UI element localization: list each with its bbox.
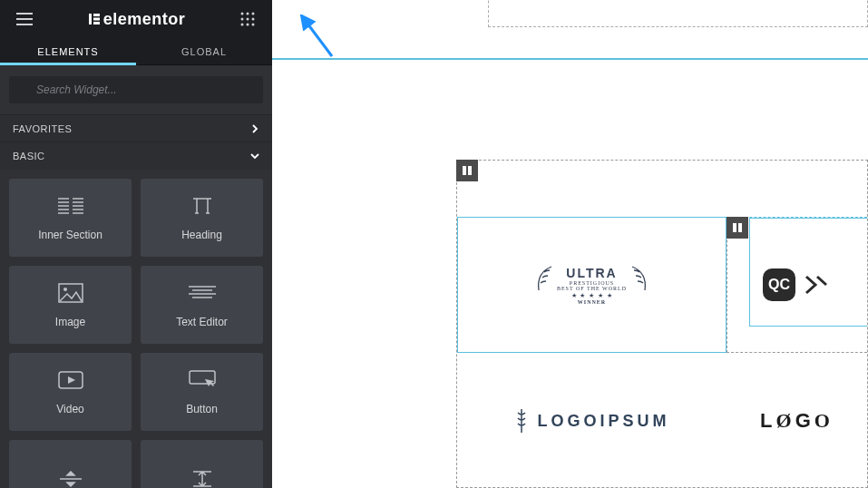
canvas-column-selected[interactable]: ULTRA PRESTIGIOUS BEST OF THE WORLD ★ ★ … xyxy=(457,217,727,353)
widget-divider[interactable] xyxy=(9,440,132,488)
brand-text: elementor xyxy=(103,10,186,29)
widget-label: Image xyxy=(55,316,85,328)
svg-line-37 xyxy=(305,20,332,56)
editor-canvas[interactable]: ULTRA PRESTIGIOUS BEST OF THE WORLD ★ ★ … xyxy=(272,0,868,488)
video-icon xyxy=(58,368,83,392)
section-favorites-label: FAVORITES xyxy=(13,123,72,134)
spacer-icon xyxy=(190,467,215,488)
section-basic-label: BASIC xyxy=(13,151,45,161)
svg-point-5 xyxy=(247,13,249,15)
drop-indicator xyxy=(272,58,868,60)
panel-header: elementor xyxy=(0,0,272,38)
svg-point-6 xyxy=(252,13,255,15)
widget-label: Text Editor xyxy=(176,316,228,328)
hamburger-icon xyxy=(16,13,33,25)
tab-global[interactable]: GLOBAL xyxy=(136,38,272,64)
badge-sub2: BEST OF THE WORLD xyxy=(557,286,627,291)
svg-rect-36 xyxy=(738,223,742,232)
inner-section-icon xyxy=(58,194,83,218)
canvas-image-logoipsum[interactable]: LOGOIPSUM xyxy=(513,407,669,434)
section-basic[interactable]: BASIC xyxy=(0,142,272,169)
widgets-grid-button[interactable] xyxy=(227,0,268,38)
widget-button[interactable]: Button xyxy=(141,353,263,431)
svg-point-26 xyxy=(63,288,67,291)
section-favorites[interactable]: FAVORITES xyxy=(0,114,272,142)
laurel-right-icon xyxy=(630,265,650,292)
menu-button[interactable] xyxy=(4,0,45,38)
canvas-section-top[interactable] xyxy=(488,0,868,27)
text-editor-icon xyxy=(189,281,216,305)
svg-rect-0 xyxy=(89,14,92,24)
widget-inner-section[interactable]: Inner Section xyxy=(9,179,132,257)
canvas-image-ultra-badge[interactable]: ULTRA PRESTIGIOUS BEST OF THE WORLD ★ ★ … xyxy=(533,265,650,305)
svg-rect-33 xyxy=(463,166,466,175)
svg-point-9 xyxy=(252,18,255,21)
canvas-image-logo[interactable]: LØGO xyxy=(760,409,834,433)
canvas-column[interactable]: LOGOIPSUM xyxy=(457,353,727,488)
canvas-column[interactable]: LØGO xyxy=(727,353,867,488)
widget-text-editor[interactable]: Text Editor xyxy=(141,266,263,344)
panel-tabs: ELEMENTS GLOBAL xyxy=(0,38,272,65)
svg-point-11 xyxy=(247,24,249,26)
brand-logo: elementor xyxy=(87,10,186,29)
columns-icon xyxy=(462,165,473,176)
image-icon xyxy=(58,281,83,305)
laurel-left-icon xyxy=(533,265,553,292)
columns-icon xyxy=(732,222,743,233)
svg-rect-1 xyxy=(93,14,100,16)
widget-label: Video xyxy=(56,403,83,415)
widget-label: Inner Section xyxy=(38,229,102,241)
widget-label: Button xyxy=(186,403,218,415)
widget-spacer[interactable] xyxy=(141,440,263,488)
svg-point-8 xyxy=(247,18,249,21)
tab-global-label: GLOBAL xyxy=(181,46,227,57)
svg-point-4 xyxy=(241,13,244,15)
svg-point-12 xyxy=(252,24,255,26)
svg-point-7 xyxy=(241,18,244,21)
brand-icon xyxy=(87,12,102,26)
logoipsum-text: LOGOIPSUM xyxy=(537,412,669,431)
button-icon xyxy=(189,368,216,392)
elementor-panel: elementor ELEMENTS GLOBAL FAVORITES BASI… xyxy=(0,0,272,488)
svg-rect-35 xyxy=(733,223,736,232)
canvas-column[interactable]: QC xyxy=(727,217,867,353)
svg-rect-2 xyxy=(93,18,100,21)
grid-icon xyxy=(240,12,255,26)
widget-image[interactable]: Image xyxy=(9,266,132,344)
column-drag-handle[interactable] xyxy=(727,217,748,239)
svg-rect-34 xyxy=(468,166,472,175)
canvas-section[interactable]: ULTRA PRESTIGIOUS BEST OF THE WORLD ★ ★ … xyxy=(456,160,868,488)
badge-title: ULTRA xyxy=(557,266,627,280)
widget-video[interactable]: Video xyxy=(9,353,132,431)
svg-rect-3 xyxy=(93,22,100,24)
badge-winner: WINNER xyxy=(578,299,606,305)
chevron-down-icon xyxy=(250,151,259,161)
annotation-arrow-icon xyxy=(299,15,336,60)
chevron-right-icon xyxy=(250,124,259,133)
section-drag-handle[interactable] xyxy=(456,160,478,181)
tab-elements-label: ELEMENTS xyxy=(37,46,98,57)
search-input[interactable] xyxy=(9,76,263,103)
wheat-icon xyxy=(513,407,530,434)
widget-heading[interactable]: Heading xyxy=(141,179,263,257)
tab-elements[interactable]: ELEMENTS xyxy=(0,38,136,64)
widget-label: Heading xyxy=(181,229,222,241)
canvas-row: ULTRA PRESTIGIOUS BEST OF THE WORLD ★ ★ … xyxy=(457,217,867,353)
svg-point-10 xyxy=(241,24,244,26)
divider-icon xyxy=(58,467,83,488)
canvas-row: LOGOIPSUM LØGO xyxy=(457,353,867,488)
widget-grid: Inner Section Heading Image Text Editor … xyxy=(0,170,272,488)
heading-icon xyxy=(190,194,215,218)
search-wrap xyxy=(0,65,272,114)
